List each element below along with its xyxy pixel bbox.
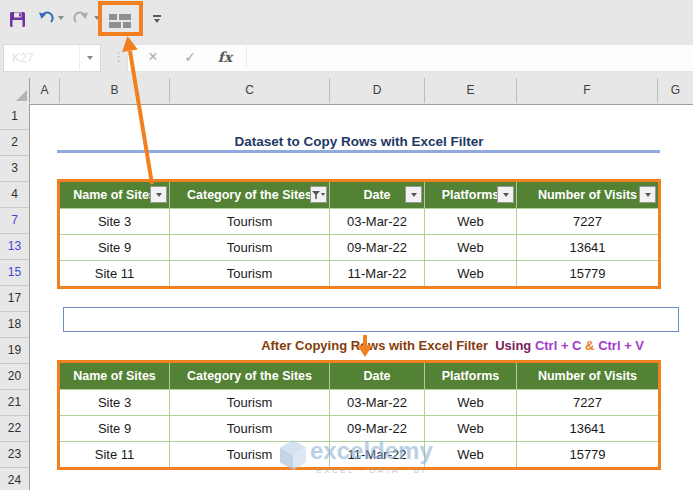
cell[interactable]: 11-Mar-22	[330, 441, 425, 467]
sheet-title[interactable]: Dataset to Copy Rows with Excel Filter	[60, 131, 658, 152]
row-header-18[interactable]: 18	[0, 312, 29, 338]
header-label: Name of Sites	[73, 369, 156, 383]
cell[interactable]: Tourism	[170, 441, 330, 467]
filter-dropdown-button-category-active[interactable]	[310, 186, 327, 203]
filter-dropdown-button-platforms[interactable]	[497, 186, 514, 203]
cancel-icon: ×	[148, 48, 157, 66]
cell[interactable]: 09-Mar-22	[330, 415, 425, 441]
cell[interactable]: Tourism	[170, 415, 330, 441]
copied-table: Name of Sites Category of the Sites Date…	[57, 360, 661, 470]
redo-button[interactable]	[70, 8, 92, 30]
t2-header-visits[interactable]: Number of Visits	[517, 363, 658, 389]
undo-button[interactable]	[34, 8, 56, 30]
row-header-22[interactable]: 22	[0, 416, 29, 442]
redo-dropdown-chevron-icon[interactable]	[94, 16, 100, 20]
column-header-e[interactable]: E	[425, 78, 517, 103]
name-box-dropdown[interactable]	[79, 46, 100, 70]
check-icon: ✓	[184, 49, 196, 65]
name-box[interactable]: K27	[3, 44, 101, 72]
excel-window: K27 ⋮ × ✓ fx A B C D E F G 1 2 3 4 7	[0, 0, 693, 490]
t1-header-name-of-sites[interactable]: Name of Sites	[60, 182, 170, 208]
filter-dropdown-button-name[interactable]	[150, 186, 167, 203]
t2-header-category[interactable]: Category of the Sites	[170, 363, 330, 389]
row-header-2[interactable]: 2	[0, 130, 29, 156]
filter-dropdown-button-visits[interactable]	[639, 186, 656, 203]
row-header-24[interactable]: 24	[0, 468, 29, 490]
subtitle-ampersand: &	[582, 338, 599, 353]
redo-icon	[73, 11, 90, 27]
cell[interactable]: 03-Mar-22	[330, 208, 425, 234]
cell[interactable]: 13641	[517, 415, 658, 441]
filter-dropdown-button-date[interactable]	[405, 186, 422, 203]
cell[interactable]: 7227	[517, 389, 658, 415]
save-icon	[9, 11, 26, 28]
header-label: Date	[363, 188, 390, 202]
fx-icon: fx	[218, 49, 232, 65]
header-label: Platforms	[442, 188, 500, 202]
cell[interactable]: Web	[425, 208, 517, 234]
cell[interactable]: Site 9	[60, 234, 170, 260]
row-header-23[interactable]: 23	[0, 442, 29, 468]
cell[interactable]: Web	[425, 415, 517, 441]
column-header-g[interactable]: G	[658, 78, 693, 103]
undo-dropdown-chevron-icon[interactable]	[58, 16, 64, 20]
row-header-3[interactable]: 3	[0, 156, 29, 182]
cell[interactable]: 03-Mar-22	[330, 389, 425, 415]
cell[interactable]: Site 11	[60, 441, 170, 467]
insert-function-button[interactable]: fx	[212, 44, 238, 70]
header-label: Name of Sites	[73, 188, 156, 202]
row-header-4[interactable]: 4	[0, 182, 29, 208]
cell[interactable]: 11-Mar-22	[330, 260, 425, 286]
cell[interactable]: Site 3	[60, 208, 170, 234]
cell[interactable]: Tourism	[170, 260, 330, 286]
row-header-20[interactable]: 20	[0, 364, 29, 390]
t2-header-platforms[interactable]: Platforms	[425, 363, 517, 389]
cell[interactable]: Site 11	[60, 260, 170, 286]
highlighted-toolbar-button[interactable]	[105, 10, 135, 32]
t1-header-date[interactable]: Date	[330, 182, 425, 208]
row-header-19[interactable]: 19	[0, 338, 29, 364]
cell[interactable]: 15779	[517, 260, 658, 286]
cell[interactable]: Tourism	[170, 389, 330, 415]
cell[interactable]: Web	[425, 260, 517, 286]
select-all-corner[interactable]	[0, 78, 30, 103]
cell[interactable]: 15779	[517, 441, 658, 467]
column-header-b[interactable]: B	[60, 78, 170, 103]
column-header-f[interactable]: F	[517, 78, 658, 103]
cell[interactable]: 09-Mar-22	[330, 234, 425, 260]
column-header-d[interactable]: D	[330, 78, 425, 103]
t2-header-name-of-sites[interactable]: Name of Sites	[60, 363, 170, 389]
header-label: Category of the Sites	[187, 369, 312, 383]
t1-header-category[interactable]: Category of the Sites	[170, 182, 330, 208]
title-underline	[57, 150, 660, 153]
t2-header-date[interactable]: Date	[330, 363, 425, 389]
column-header-c[interactable]: C	[170, 78, 330, 103]
select-all-icon	[16, 90, 27, 101]
row-header-21[interactable]: 21	[0, 390, 29, 416]
cell[interactable]: 13641	[517, 234, 658, 260]
row-header-1[interactable]: 1	[0, 104, 29, 130]
t1-header-visits[interactable]: Number of Visits	[517, 182, 658, 208]
chevron-down-icon	[156, 193, 162, 197]
header-label: Number of Visits	[538, 188, 637, 202]
row-header-13-filtered[interactable]: 13	[0, 234, 29, 260]
cancel-button[interactable]: ×	[140, 44, 166, 70]
cell[interactable]: Tourism	[170, 234, 330, 260]
t1-header-platforms[interactable]: Platforms	[425, 182, 517, 208]
cell[interactable]: Web	[425, 441, 517, 467]
cell[interactable]: Web	[425, 234, 517, 260]
subtitle-textbox[interactable]: After Copying Rows with Excel Filter Usi…	[63, 307, 679, 332]
chevron-down-icon	[87, 56, 93, 60]
cell[interactable]: Site 9	[60, 415, 170, 441]
row-header-7-filtered[interactable]: 7	[0, 208, 29, 234]
column-header-a[interactable]: A	[30, 78, 60, 103]
cell[interactable]: Tourism	[170, 208, 330, 234]
cell[interactable]: 7227	[517, 208, 658, 234]
row-header-17[interactable]: 17	[0, 286, 29, 312]
row-header-15-filtered[interactable]: 15	[0, 260, 29, 286]
save-button[interactable]	[6, 8, 28, 30]
customize-qat-button[interactable]	[146, 8, 168, 30]
cell[interactable]: Web	[425, 389, 517, 415]
cell[interactable]: Site 3	[60, 389, 170, 415]
enter-button[interactable]: ✓	[177, 44, 203, 70]
